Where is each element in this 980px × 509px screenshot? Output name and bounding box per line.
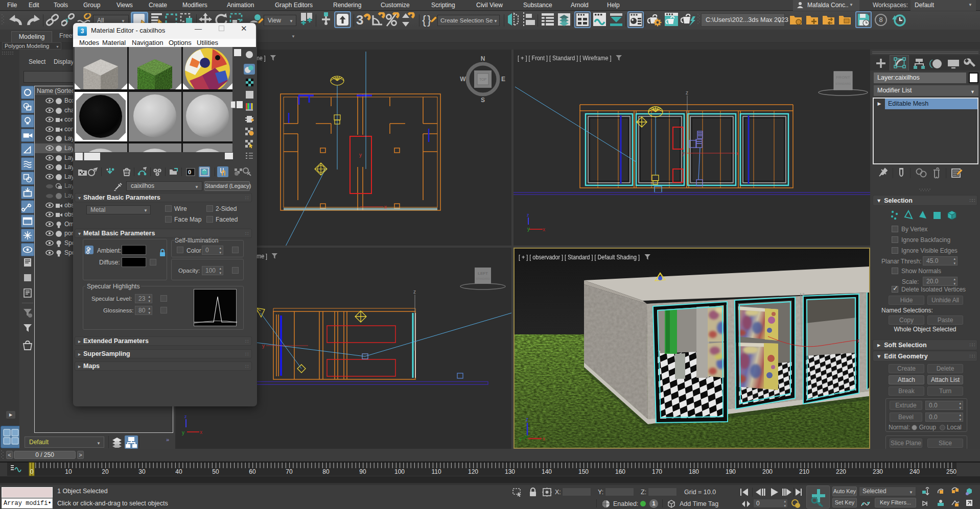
svg-text:140: 140 [542,468,552,475]
svg-text:y: y [359,152,362,158]
svg-text:100: 100 [394,468,405,475]
svg-text:60: 60 [249,468,256,475]
svg-text:y: y [182,430,184,435]
svg-text:90: 90 [359,468,366,475]
svg-text:150: 150 [578,468,589,475]
svg-text:N: N [481,55,485,62]
svg-text:x: x [200,429,202,435]
svg-text:0: 0 [188,169,191,175]
svg-text:110: 110 [431,468,441,475]
svg-text:z: z [413,289,416,295]
svg-text:LEFT: LEFT [478,271,488,276]
svg-text:230: 230 [873,468,883,475]
svg-text:30: 30 [138,468,146,475]
svg-text:170: 170 [652,468,662,475]
svg-text:50: 50 [212,468,219,475]
svg-text:3: 3 [356,12,363,28]
svg-text:x: x [543,436,545,442]
svg-text:70: 70 [286,468,293,475]
svg-text:z: z [802,292,805,297]
svg-text:z: z [686,90,688,95]
svg-text:z: z [526,417,528,422]
svg-text:x: x [543,227,545,232]
svg-text:200: 200 [762,468,773,475]
svg-text:160: 160 [615,468,625,475]
svg-text:FRONT: FRONT [836,75,850,80]
svg-text:210: 210 [799,468,809,475]
svg-text:S: S [481,96,485,104]
svg-text:120: 120 [468,468,478,475]
svg-text:y: y [519,436,522,442]
svg-text:240: 240 [909,468,920,475]
svg-text:STANDARD: STANDARD [835,82,851,85]
svg-text:z: z [184,414,187,419]
svg-text:}: } [427,13,431,27]
svg-text:0: 0 [30,468,34,475]
svg-text:STANDARD: STANDARD [476,277,490,280]
svg-text:190: 190 [726,468,736,475]
svg-text:40: 40 [175,468,182,475]
svg-text:10: 10 [65,468,72,475]
svg-text:220: 220 [836,468,846,475]
svg-text:y: y [682,151,685,156]
svg-text:y: y [262,343,265,349]
svg-text:80: 80 [322,468,330,475]
svg-text:x: x [384,204,387,210]
svg-text:{: { [422,13,426,27]
svg-text:20: 20 [102,468,109,475]
svg-text:E: E [501,76,505,83]
svg-text:W: W [460,76,466,83]
svg-text:x: x [857,338,859,344]
svg-text:z: z [527,212,529,217]
svg-text:TOP: TOP [479,78,487,81]
svg-text:x: x [736,151,739,156]
svg-text:180: 180 [689,468,699,475]
svg-text:130: 130 [505,468,515,475]
svg-text:250: 250 [946,468,956,475]
